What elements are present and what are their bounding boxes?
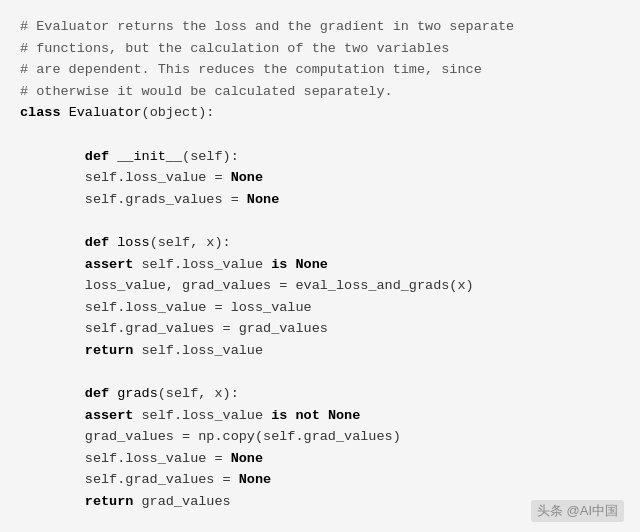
code-block: # Evaluator returns the loss and the gra… <box>20 16 620 532</box>
code-container: # Evaluator returns the loss and the gra… <box>0 0 640 532</box>
watermark: 头条 @AI中国 <box>531 500 624 522</box>
